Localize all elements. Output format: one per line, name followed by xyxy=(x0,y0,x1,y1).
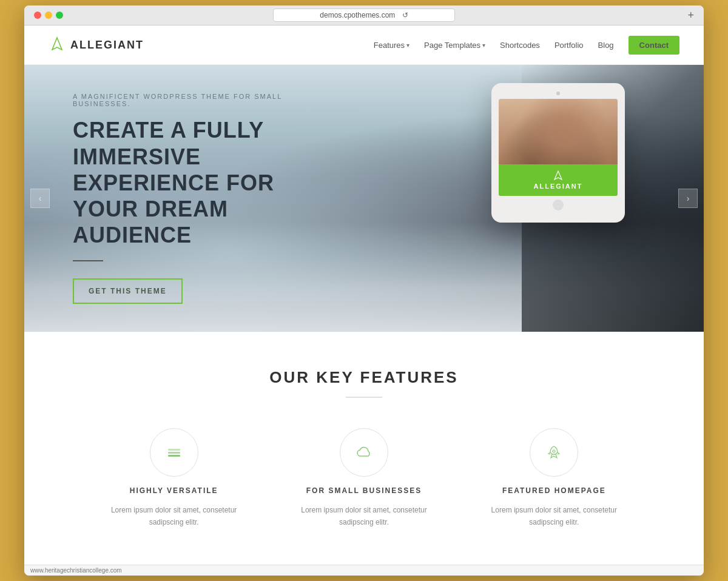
feature-name-small-business: FOR SMALL BUSINESSES xyxy=(306,486,422,495)
nav-link-blog[interactable]: Blog xyxy=(598,41,614,50)
nav-link-portfolio[interactable]: Portfolio xyxy=(554,41,584,50)
hero-subtitle: A MAGNIFICENT WORDPRESS THEME FOR SMALL … xyxy=(73,93,315,107)
url-bar[interactable]: demos.cpothemes.com ↺ xyxy=(273,8,455,22)
dot-red[interactable] xyxy=(34,12,41,19)
features-title: OUR KEY FEATURES xyxy=(49,368,679,387)
nav-link-shortcodes[interactable]: Shortcodes xyxy=(500,41,540,50)
nav-links: Features Page Templates Shortcodes Portf… xyxy=(374,39,679,50)
tablet-screen: ALLEGIANT xyxy=(499,99,618,196)
feature-item-versatile: HIGHLY VERSATILE Lorem ipsum dolor sit a… xyxy=(91,428,257,528)
url-text: demos.cpothemes.com xyxy=(320,11,395,19)
features-section: OUR KEY FEATURES HIGHLY VERSATILE Lorem … xyxy=(24,332,704,564)
nav-item-shortcodes[interactable]: Shortcodes xyxy=(500,39,540,50)
feature-desc-small-business: Lorem ipsum dolor sit amet, consetetur s… xyxy=(297,505,431,528)
refresh-icon[interactable]: ↺ xyxy=(402,11,408,19)
browser-window: demos.cpothemes.com ↺ + ALLEGIANT Featur… xyxy=(24,5,704,575)
nav-link-page-templates[interactable]: Page Templates xyxy=(424,41,485,50)
hero-content: A MAGNIFICENT WORDPRESS THEME FOR SMALL … xyxy=(24,93,364,304)
logo-text: ALLEGIANT xyxy=(70,39,144,52)
browser-titlebar: demos.cpothemes.com ↺ + xyxy=(24,5,704,25)
feature-desc-versatile: Lorem ipsum dolor sit amet, consetetur s… xyxy=(107,505,241,528)
tablet-camera xyxy=(556,92,560,95)
feature-icon-rocket xyxy=(530,428,578,477)
tablet-home-button xyxy=(553,200,564,210)
slider-prev-button[interactable]: ‹ xyxy=(30,189,50,208)
features-grid: HIGHLY VERSATILE Lorem ipsum dolor sit a… xyxy=(91,428,637,528)
svg-rect-2 xyxy=(168,449,180,451)
nav-item-portfolio[interactable]: Portfolio xyxy=(554,39,584,50)
svg-marker-0 xyxy=(52,38,62,50)
feature-desc-homepage: Lorem ipsum dolor sit amet, consetetur s… xyxy=(487,505,621,528)
svg-marker-1 xyxy=(554,171,562,180)
layers-icon xyxy=(166,444,183,461)
feature-item-homepage: FEATURED HOMEPAGE Lorem ipsum dolor sit … xyxy=(471,428,637,528)
feature-name-homepage: FEATURED HOMEPAGE xyxy=(502,486,606,495)
slider-next-button[interactable]: › xyxy=(678,189,698,208)
tablet-logo-icon xyxy=(553,170,564,181)
nav-item-page-templates[interactable]: Page Templates xyxy=(424,41,485,50)
site-navigation: ALLEGIANT Features Page Templates Shortc… xyxy=(24,25,704,65)
tablet-overlay: ALLEGIANT xyxy=(499,164,618,196)
features-divider xyxy=(346,397,382,398)
svg-point-5 xyxy=(553,450,555,452)
website-content: ALLEGIANT Features Page Templates Shortc… xyxy=(24,25,704,564)
feature-icon-cloud xyxy=(340,428,388,477)
svg-rect-4 xyxy=(168,455,180,457)
hero-cta-button[interactable]: GET THIS THEME xyxy=(73,278,183,304)
nav-contact-button[interactable]: Contact xyxy=(629,36,679,55)
nav-item-features[interactable]: Features xyxy=(374,41,410,50)
nav-link-features[interactable]: Features xyxy=(374,41,410,50)
hero-title: CREATE A FULLY IMMERSIVE EXPERIENCE FOR … xyxy=(73,117,315,248)
feature-name-versatile: HIGHLY VERSATILE xyxy=(130,486,218,495)
nav-item-contact[interactable]: Contact xyxy=(629,39,679,50)
rocket-icon xyxy=(546,445,562,460)
feature-icon-layers xyxy=(150,428,198,477)
tablet-logo-text: ALLEGIANT xyxy=(534,183,583,190)
feature-item-small-business: FOR SMALL BUSINESSES Lorem ipsum dolor s… xyxy=(281,428,447,528)
dot-yellow[interactable] xyxy=(45,12,52,19)
logo-icon xyxy=(49,36,66,53)
tablet-mockup: ALLEGIANT xyxy=(491,83,625,223)
status-url: www.heritagechristiancollege.com xyxy=(30,567,122,574)
svg-rect-3 xyxy=(168,452,180,454)
hero-divider xyxy=(73,260,103,261)
browser-status: www.heritagechristiancollege.com xyxy=(24,565,704,576)
tablet-outer: ALLEGIANT xyxy=(491,83,625,223)
new-tab-button[interactable]: + xyxy=(687,9,694,22)
site-logo[interactable]: ALLEGIANT xyxy=(49,36,144,53)
browser-dots xyxy=(34,12,63,19)
nav-item-blog[interactable]: Blog xyxy=(598,39,614,50)
hero-section: ‹ A MAGNIFICENT WORDPRESS THEME FOR SMAL… xyxy=(24,65,704,332)
dot-green[interactable] xyxy=(56,12,63,19)
cloud-icon xyxy=(356,445,372,460)
